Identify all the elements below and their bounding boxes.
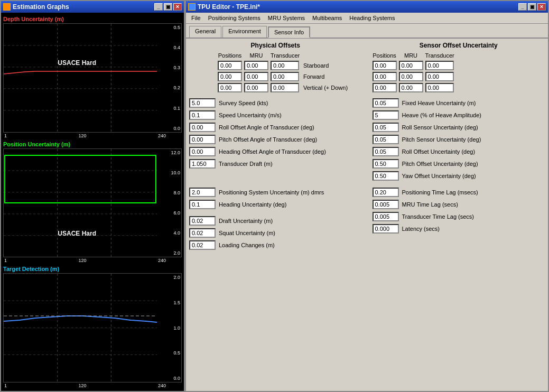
starboard-pos-input[interactable] (218, 61, 242, 70)
heave-pct-input[interactable] (373, 110, 399, 120)
pitch-sensor-label: Pitch Sensor Uncertainty (deg) (402, 136, 481, 143)
forward-mru-input[interactable] (244, 72, 268, 81)
yaw-offset-unc-row: Yaw Offset Uncertainty (deg) (373, 171, 545, 181)
heading-unc-input[interactable] (189, 200, 216, 209)
tpu-restore-button[interactable]: ▣ (528, 3, 536, 11)
tab-general[interactable]: General (189, 26, 221, 38)
survey-speed-input[interactable] (189, 98, 216, 108)
heading-offset-input[interactable] (189, 147, 216, 156)
survey-speed-label: Survey Speed (kts) (219, 100, 268, 106)
sens-row3 (373, 83, 545, 92)
bottom-fields-section: Positioning System Uncertainty (m) dmrs … (189, 188, 545, 253)
menu-heading[interactable]: Heading Systems (346, 14, 398, 22)
tabs-bar: General Environment Sensor Info (186, 24, 548, 39)
sens-r1-trans[interactable] (425, 61, 454, 70)
sens-r3-mru[interactable] (399, 83, 423, 92)
vertical-mru-input[interactable] (244, 83, 268, 92)
sens-row1 (373, 61, 545, 70)
svg-text:USACE Hard: USACE Hard (58, 229, 96, 237)
sens-r1-pos[interactable] (373, 61, 397, 70)
depth-usace-label: USACE Hard (58, 59, 96, 67)
tpu-editor-window: TPU Editor - TPE.ini* _ ▣ ✕ File Positio… (185, 0, 549, 392)
target-graph-container: Target Detection (m) (3, 265, 182, 389)
roll-offset-input[interactable] (189, 123, 216, 132)
survey-speed-row: Survey Speed (kts) (189, 98, 362, 108)
latency-input[interactable] (373, 224, 399, 234)
depth-graph-box: USACE Hard 0.5 0.4 0.3 0.2 0.1 0.0 (3, 23, 182, 133)
menu-file[interactable]: File (188, 14, 204, 22)
pitch-sensor-input[interactable] (373, 135, 399, 144)
sens-r2-trans[interactable] (425, 72, 454, 81)
roll-sensor-label: Roll Sensor Uncertainty (deg) (402, 124, 478, 130)
pitch-offset-unc-row: Pitch Offset Uncertainty (deg) (373, 159, 545, 169)
physical-offsets-title: Physical Offsets (189, 42, 362, 49)
forward-label: Forward (301, 73, 327, 80)
menu-multibeams[interactable]: Multibeams (309, 14, 345, 22)
speed-uncertainty-input[interactable] (189, 110, 216, 120)
sens-r2-mru[interactable] (399, 72, 423, 81)
roll-offset-unc-input[interactable] (373, 147, 399, 156)
loading-changes-label: Loading Changes (m) (219, 242, 275, 248)
offsets-section: Physical Offsets Positions MRU Transduce… (189, 42, 545, 94)
latency-row: Latency (secs) (373, 224, 545, 234)
sens-col-mru: MRU (399, 52, 423, 59)
heading-offset-row: Heading Offset Angle of Transducer (deg) (189, 147, 362, 156)
pos-time-lag-input[interactable] (373, 188, 399, 197)
vertical-trans-input[interactable] (271, 83, 299, 92)
sens-row2 (373, 72, 545, 81)
starboard-trans-input[interactable] (271, 61, 299, 70)
tpu-close-button[interactable]: ✕ (537, 3, 546, 11)
restore-button[interactable]: ▣ (164, 3, 172, 11)
speed-uncertainty-label: Speed Uncertainty (m/s) (219, 112, 282, 118)
forward-trans-input[interactable] (271, 72, 299, 81)
left-fields-panel: Survey Speed (kts) Speed Uncertainty (m/… (189, 98, 362, 183)
pitch-offset-label: Pitch Offset Angle of Transducer (deg) (219, 136, 317, 143)
latency-label: Latency (secs) (402, 226, 440, 232)
roll-offset-unc-label: Roll Offset Uncertainty (deg) (402, 148, 476, 155)
squat-unc-input[interactable] (189, 228, 216, 238)
heading-offset-label: Heading Offset Angle of Transducer (deg) (219, 148, 326, 155)
mru-time-lag-input[interactable] (373, 200, 399, 209)
vertical-pos-input[interactable] (218, 83, 242, 92)
pitch-offset-input[interactable] (189, 135, 216, 144)
pos-time-lag-label: Positioning Time Lag (msecs) (402, 189, 478, 195)
roll-sensor-input[interactable] (373, 123, 399, 132)
roll-sensor-row: Roll Sensor Uncertainty (deg) (373, 123, 545, 132)
content-area: Physical Offsets Positions MRU Transduce… (186, 39, 548, 391)
fixed-heave-input[interactable] (373, 98, 399, 108)
loading-changes-row: Loading Changes (m) (189, 240, 362, 250)
menu-mru[interactable]: MRU Systems (265, 14, 308, 22)
position-graph-box: USACE Hard 12.0 10.0 8.0 6.0 4.0 2.0 (3, 148, 182, 258)
tab-sensor-info[interactable]: Sensor Info (268, 26, 310, 38)
trans-time-lag-input[interactable] (373, 212, 399, 221)
tab-environment[interactable]: Environment (222, 26, 267, 38)
close-button[interactable]: ✕ (173, 3, 182, 11)
tpu-minimize-button[interactable]: _ (518, 3, 527, 11)
sens-r3-trans[interactable] (425, 83, 454, 92)
roll-offset-label: Roll Offset Angle of Transducer (deg) (219, 124, 314, 130)
sens-r2-pos[interactable] (373, 72, 397, 81)
starboard-mru-input[interactable] (244, 61, 268, 70)
pos-time-lag-row: Positioning Time Lag (msecs) (373, 188, 545, 197)
transducer-draft-input[interactable] (189, 159, 216, 169)
menu-positioning[interactable]: Positioning Systems (205, 14, 264, 22)
forward-pos-input[interactable] (218, 72, 242, 81)
titlebar-buttons: _ ▣ ✕ (154, 3, 182, 11)
positioning-unc-input[interactable] (189, 188, 216, 197)
tpu-editor-titlebar: TPU Editor - TPE.ini* _ ▣ ✕ (186, 1, 548, 13)
position-x-labels: 1 120 240 (3, 257, 182, 264)
depth-graph-container: Depth Uncertainty (m) USACE Hard (3, 15, 182, 139)
loading-changes-input[interactable] (189, 240, 216, 250)
pitch-offset-unc-label: Pitch Offset Uncertainty (deg) (402, 161, 478, 167)
squat-unc-row: Squat Uncertainty (m) (189, 228, 362, 238)
pitch-offset-unc-input[interactable] (373, 159, 399, 169)
phys-col-transducer: Transducer (271, 52, 299, 59)
middle-fields-section: Survey Speed (kts) Speed Uncertainty (m/… (189, 98, 545, 183)
draft-unc-input[interactable] (189, 216, 216, 226)
yaw-offset-unc-input[interactable] (373, 171, 399, 181)
minimize-button[interactable]: _ (154, 3, 163, 11)
sens-r3-pos[interactable] (373, 83, 397, 92)
position-graph-container: Position Uncertainty (m) (3, 140, 182, 264)
sens-r1-mru[interactable] (399, 61, 423, 70)
window-icon (3, 3, 11, 11)
